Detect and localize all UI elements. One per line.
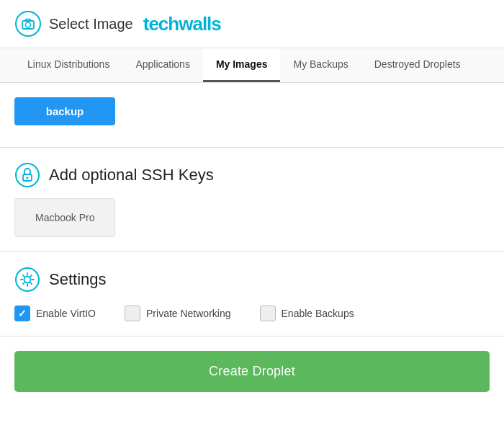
settings-area: Enable VirtIO Private Networking Enable … xyxy=(0,303,504,336)
select-image-title: Select Image xyxy=(49,16,133,32)
networking-checkbox[interactable] xyxy=(125,306,140,321)
networking-label: Private Networking xyxy=(146,308,231,319)
backups-label: Enable Backups xyxy=(282,308,354,319)
tab-my-backups[interactable]: My Backups xyxy=(280,48,361,82)
header: Select Image techwalls xyxy=(0,0,504,48)
tab-content-my-images: backup xyxy=(0,83,504,148)
create-area: Create Droplet xyxy=(0,336,504,406)
svg-point-0 xyxy=(16,12,40,36)
backup-button[interactable]: backup xyxy=(14,97,115,125)
svg-point-2 xyxy=(26,22,31,27)
ssh-key-macbook-pro[interactable]: Macbook Pro xyxy=(14,198,115,237)
settings-section-header: Settings xyxy=(0,252,504,303)
virtio-checkbox[interactable] xyxy=(14,306,30,321)
gear-icon xyxy=(14,267,40,293)
svg-point-6 xyxy=(16,268,39,291)
tab-applications[interactable]: Applications xyxy=(122,48,203,82)
svg-line-14 xyxy=(30,275,32,277)
tab-my-images[interactable]: My Images xyxy=(203,48,281,82)
svg-point-7 xyxy=(24,277,31,283)
ssh-keys-title: Add optional SSH Keys xyxy=(49,166,214,184)
camera-icon xyxy=(14,10,42,37)
tabs-bar: Linux Distributions Applications My Imag… xyxy=(0,48,504,83)
settings-title: Settings xyxy=(49,270,107,289)
svg-line-15 xyxy=(23,282,24,284)
svg-line-12 xyxy=(23,275,24,277)
checkbox-enable-virtio[interactable]: Enable VirtIO xyxy=(14,306,96,321)
svg-point-5 xyxy=(27,177,29,179)
ssh-keys-area: Macbook Pro xyxy=(0,198,504,252)
ssh-keys-section-header: Add optional SSH Keys xyxy=(0,148,504,198)
checkbox-enable-backups[interactable]: Enable Backups xyxy=(260,306,354,321)
svg-line-13 xyxy=(30,282,32,284)
create-droplet-button[interactable]: Create Droplet xyxy=(14,351,490,392)
checkboxes-row: Enable VirtIO Private Networking Enable … xyxy=(14,303,490,321)
virtio-label: Enable VirtIO xyxy=(36,308,96,319)
lock-icon xyxy=(14,162,40,188)
checkbox-private-networking[interactable]: Private Networking xyxy=(125,306,231,321)
brand-logo: techwalls xyxy=(143,13,221,35)
svg-point-3 xyxy=(16,164,39,187)
backups-checkbox[interactable] xyxy=(260,306,276,321)
tab-destroyed-droplets[interactable]: Destroyed Droplets xyxy=(361,48,474,82)
tab-linux-distributions[interactable]: Linux Distributions xyxy=(14,48,122,82)
